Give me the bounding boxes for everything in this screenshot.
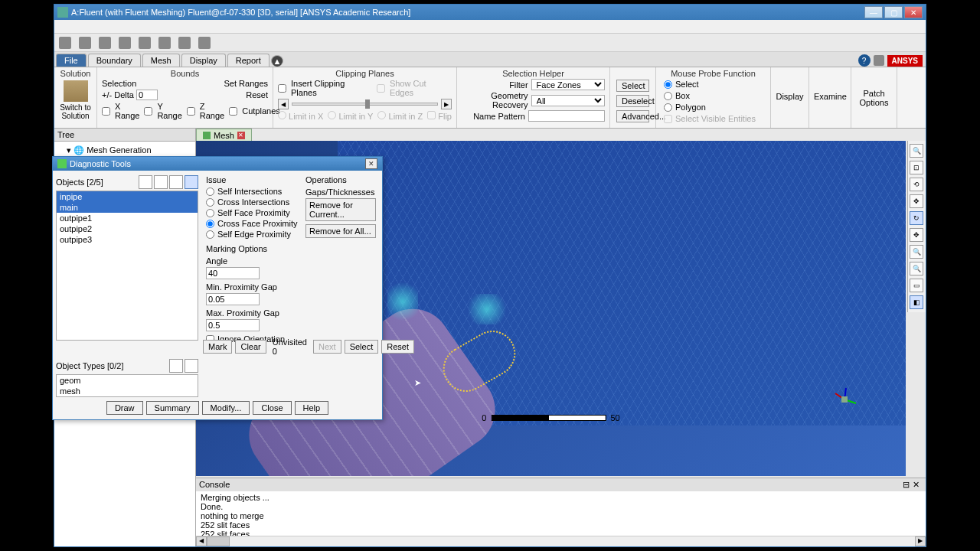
list-item[interactable]: mesh: [57, 386, 198, 396]
clip-slider[interactable]: [292, 103, 438, 106]
self-face-proximity-radio[interactable]: [206, 209, 214, 217]
console-close-icon[interactable]: ✕: [910, 480, 923, 490]
toolbar-icon[interactable]: [178, 37, 191, 49]
cross-face-proximity-radio[interactable]: [206, 220, 214, 228]
tab-display[interactable]: Display: [181, 54, 226, 67]
close-tab-icon[interactable]: ✕: [237, 132, 245, 139]
min-gap-input[interactable]: [206, 293, 260, 305]
next-button[interactable]: Next: [313, 340, 341, 354]
display-button[interactable]: Display: [776, 92, 804, 101]
clip-prev-button[interactable]: ◀: [278, 99, 289, 109]
cutplanes-checkbox[interactable]: [229, 107, 237, 116]
tool-icon[interactable]: ◧: [910, 295, 923, 309]
list-item[interactable]: outpipe1: [57, 213, 198, 223]
close-dialog-button[interactable]: Close: [253, 401, 291, 415]
tab-boundary[interactable]: Boundary: [88, 54, 141, 67]
toolbar-icon[interactable]: [198, 37, 211, 49]
switch-to-solution-label[interactable]: Switch to Solution: [59, 103, 92, 120]
dialog-titlebar[interactable]: Diagnostic Tools ✕: [53, 157, 382, 171]
zoom-out-icon[interactable]: 🔍: [910, 262, 923, 276]
reset-marked-button[interactable]: Reset: [381, 340, 414, 354]
draw-button[interactable]: Draw: [106, 401, 143, 415]
types-filter-icon[interactable]: [169, 359, 183, 373]
toolbar-icon[interactable]: [79, 37, 91, 49]
self-intersections-radio[interactable]: [206, 187, 214, 196]
deselect-button[interactable]: Deselect: [616, 95, 649, 107]
pan-icon[interactable]: ✥: [910, 194, 923, 208]
collapse-ribbon-button[interactable]: ▲: [271, 55, 283, 67]
console-pin-icon[interactable]: ⊟: [903, 480, 910, 490]
filter-icon[interactable]: [154, 175, 168, 189]
toolbar-icon[interactable]: [119, 37, 131, 49]
geom-recovery-select[interactable]: All: [531, 95, 605, 106]
patch-options-button[interactable]: Patch Options: [856, 89, 892, 107]
maximize-button[interactable]: ▢: [884, 6, 903, 18]
cross-intersections-radio[interactable]: [206, 198, 214, 207]
mark-button[interactable]: Mark: [203, 340, 232, 354]
name-pattern-input[interactable]: [528, 110, 605, 122]
scroll-thumb[interactable]: [207, 536, 230, 546]
reset-button[interactable]: Reset: [246, 90, 268, 99]
help-icon[interactable]: ?: [858, 54, 871, 67]
tab-file[interactable]: File: [56, 54, 87, 67]
tab-mesh[interactable]: Mesh: [142, 54, 180, 67]
tab-report[interactable]: Report: [227, 54, 270, 67]
clear-button[interactable]: Clear: [235, 340, 266, 354]
list-item[interactable]: inpipe: [57, 191, 198, 202]
minimize-button[interactable]: —: [864, 6, 883, 18]
select-marked-button[interactable]: Select: [345, 340, 379, 354]
rotate-icon[interactable]: ⟲: [910, 178, 923, 191]
y-range-checkbox[interactable]: [144, 107, 152, 116]
summary-button[interactable]: Summary: [146, 401, 199, 415]
set-ranges-button[interactable]: Set Ranges: [224, 79, 268, 88]
delta-input[interactable]: [136, 90, 158, 100]
toolbar-icon[interactable]: [158, 37, 171, 49]
clip-next-button[interactable]: ▶: [441, 99, 452, 109]
insert-clip-checkbox[interactable]: [278, 84, 286, 93]
filter-icon[interactable]: [185, 175, 198, 189]
tool-icon[interactable]: ▭: [910, 279, 923, 292]
toolbar-icon[interactable]: [99, 37, 111, 49]
z-range-checkbox[interactable]: [187, 107, 195, 116]
dialog-close-button[interactable]: ✕: [365, 158, 377, 169]
filter-icon[interactable]: [169, 175, 183, 189]
max-gap-input[interactable]: [206, 319, 260, 331]
types-filter-icon[interactable]: [185, 359, 198, 373]
remove-all-button[interactable]: Remove for All...: [305, 224, 376, 238]
switch-to-solution-icon[interactable]: [64, 80, 88, 102]
mouse-polygon-radio[interactable]: [664, 103, 672, 112]
zoom-fit-icon[interactable]: ⊡: [910, 161, 923, 174]
filter-select[interactable]: Face Zones: [531, 79, 605, 90]
list-item[interactable]: outpipe2: [57, 223, 198, 234]
x-range-checkbox[interactable]: [102, 107, 110, 116]
list-item[interactable]: geom: [57, 375, 198, 386]
toolbar-icon[interactable]: [59, 37, 71, 49]
objects-list[interactable]: inpipe main outpipe1 outpipe2 outpipe3: [56, 191, 198, 341]
angle-input[interactable]: [206, 267, 260, 279]
tree-root[interactable]: ▾ 🌐 Mesh Generation: [57, 145, 192, 156]
select-button[interactable]: Select: [616, 80, 649, 92]
move-icon[interactable]: ✥: [910, 228, 923, 242]
mouse-box-radio[interactable]: [664, 92, 672, 100]
advanced-button[interactable]: Advanced...: [616, 110, 649, 122]
object-types-list[interactable]: geom mesh: [56, 374, 198, 397]
console-output[interactable]: Merging objects ... Done. nothing to mer…: [196, 491, 926, 536]
toolbar-icon[interactable]: [139, 37, 151, 49]
self-edge-proximity-radio[interactable]: [206, 230, 214, 239]
list-item[interactable]: outpipe3: [57, 234, 198, 245]
scroll-left-button[interactable]: ◀: [196, 536, 207, 546]
refresh-icon[interactable]: ↻: [910, 211, 923, 225]
settings-icon[interactable]: [874, 55, 884, 66]
remove-current-button[interactable]: Remove for Current...: [305, 198, 376, 221]
examine-button[interactable]: Examine: [814, 92, 846, 101]
help-button[interactable]: Help: [295, 401, 329, 415]
filter-icon[interactable]: [139, 175, 152, 189]
viewport-tab[interactable]: Mesh✕: [196, 129, 252, 141]
mouse-select-radio[interactable]: [664, 80, 672, 89]
scroll-right-button[interactable]: ▶: [915, 536, 926, 546]
zoom-in-icon[interactable]: 🔍: [910, 245, 923, 259]
close-button[interactable]: ✕: [904, 6, 923, 18]
zoom-icon[interactable]: 🔍: [910, 144, 923, 158]
list-item[interactable]: main: [57, 202, 198, 213]
modify-button[interactable]: Modify...: [202, 401, 250, 415]
